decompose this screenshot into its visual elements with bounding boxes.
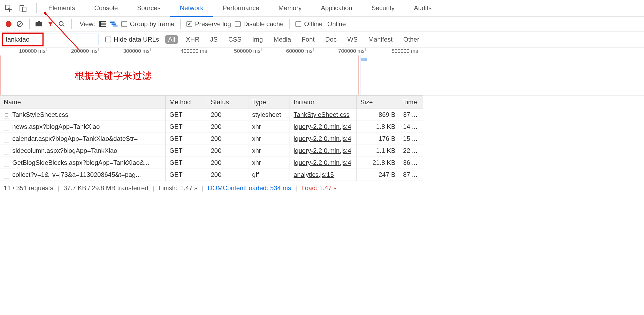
disable-cache-checkbox[interactable]	[235, 21, 241, 27]
separator	[71, 19, 72, 29]
filter-icon[interactable]	[47, 20, 54, 28]
filter-chip-media[interactable]: Media	[271, 35, 294, 44]
tab-performance[interactable]: Performance	[213, 0, 269, 17]
group-by-frame-checkbox[interactable]	[121, 21, 127, 27]
table-cell-initiator[interactable]: jquery-2.2.0.min.js:4	[290, 133, 357, 145]
filter-row: Hide data URLs AllXHRJSCSSImgMediaFontDo…	[0, 31, 644, 47]
filter-chip-font[interactable]: Font	[299, 35, 317, 44]
filter-chip-manifest[interactable]: Manifest	[366, 35, 395, 44]
table-header-initiator[interactable]: Initiator	[290, 95, 357, 109]
file-icon	[4, 172, 9, 178]
capture-screenshots-icon[interactable]	[36, 20, 43, 28]
svg-rect-11	[101, 21, 106, 22]
tab-application[interactable]: Application	[311, 0, 362, 17]
table-cell-method: GET	[166, 121, 207, 133]
hide-data-urls-label: Hide data URLs	[114, 36, 159, 43]
table-cell-method: GET	[166, 169, 207, 181]
status-dcl-label: DOMContentLoaded:	[208, 184, 268, 192]
timeline-tick: 700000 ms	[338, 48, 365, 54]
preserve-log-checkbox[interactable]	[186, 21, 192, 27]
table-header-type[interactable]: Type	[248, 95, 290, 109]
table-cell-name[interactable]: sidecolumn.aspx?blogApp=TankXiao	[0, 145, 166, 157]
filter-input[interactable]	[3, 34, 99, 45]
tab-console[interactable]: Console	[85, 0, 127, 17]
timeline-tick: 300000 ms	[123, 48, 150, 54]
tab-elements[interactable]: Elements	[39, 0, 85, 17]
filter-chip-other[interactable]: Other	[401, 35, 422, 44]
table-header-method[interactable]: Method	[166, 95, 207, 109]
svg-rect-16	[110, 21, 115, 23]
filter-chip-js[interactable]: JS	[208, 35, 220, 44]
table-cell-type: stylesheet	[248, 109, 290, 121]
filter-chip-css[interactable]: CSS	[226, 35, 244, 44]
group-by-frame-label: Group by frame	[130, 20, 174, 28]
table-cell-initiator[interactable]: jquery-2.2.0.min.js:4	[290, 157, 357, 169]
svg-rect-18	[113, 25, 118, 26]
filter-chip-doc[interactable]: Doc	[323, 35, 339, 44]
table-cell-name[interactable]: TankStyleSheet.css	[0, 109, 166, 121]
toggle-device-icon[interactable]	[19, 5, 27, 12]
svg-rect-15	[101, 26, 106, 27]
table-cell-status: 200	[207, 133, 248, 145]
timeline-marker	[358, 55, 358, 95]
table-header-size[interactable]: Size	[357, 95, 399, 109]
table-cell-status: 200	[207, 157, 248, 169]
table-cell-name[interactable]: collect?v=1&_v=j73&a=1130208645&t=pag...	[0, 169, 166, 181]
status-load-value: 1.47 s	[319, 184, 337, 192]
status-requests: 11 / 351 requests	[4, 184, 53, 192]
table-cell-name[interactable]: GetBlogSideBlocks.aspx?blogApp=TankXiao&…	[0, 157, 166, 169]
table-cell-size: 176 B	[357, 133, 399, 145]
table-cell-name[interactable]: calendar.aspx?blogApp=TankXiao&dateStr=	[0, 133, 166, 145]
svg-rect-17	[112, 23, 116, 25]
table-cell-method: GET	[166, 157, 207, 169]
separator	[180, 19, 181, 29]
timeline-overview[interactable]: 100000 ms200000 ms300000 ms400000 ms5000…	[0, 47, 644, 95]
offline-label: Offline	[304, 20, 322, 28]
timeline-marker	[387, 55, 387, 95]
svg-rect-7	[38, 21, 40, 23]
online-label[interactable]: Online	[327, 20, 346, 28]
table-header-time[interactable]: Time	[399, 95, 423, 109]
table-cell-initiator[interactable]: TankStyleSheet.css	[290, 109, 357, 121]
disable-cache-label: Disable cache	[243, 20, 284, 28]
table-cell-type: xhr	[248, 157, 290, 169]
timeline-tick: 500000 ms	[234, 48, 260, 54]
large-rows-icon[interactable]	[99, 20, 106, 28]
filter-chip-img[interactable]: Img	[249, 35, 266, 44]
filter-chip-xhr[interactable]: XHR	[183, 35, 202, 44]
file-icon	[4, 160, 9, 166]
filter-chip-all[interactable]: All	[165, 35, 178, 44]
table-header-status[interactable]: Status	[207, 95, 248, 109]
tab-network[interactable]: Network	[170, 0, 213, 17]
record-button[interactable]	[5, 20, 12, 28]
inspect-element-icon[interactable]	[5, 5, 12, 12]
file-icon	[4, 136, 9, 142]
tab-security[interactable]: Security	[362, 0, 404, 17]
table-cell-type: xhr	[248, 133, 290, 145]
status-finish-value: 1.47 s	[180, 184, 197, 192]
table-cell-initiator[interactable]: jquery-2.2.0.min.js:4	[290, 121, 357, 133]
table-cell-size: 1.8 KB	[357, 121, 399, 133]
table-header-name[interactable]: Name	[0, 95, 166, 109]
search-icon[interactable]	[58, 20, 65, 28]
tab-audits[interactable]: Audits	[404, 0, 441, 17]
tab-memory[interactable]: Memory	[269, 0, 311, 17]
table-cell-size: 247 B	[357, 169, 399, 181]
status-bar: 11 / 351 requests | 37.7 KB / 29.8 MB tr…	[0, 181, 644, 195]
svg-line-5	[18, 22, 22, 26]
file-icon	[4, 148, 9, 154]
filter-chip-ws[interactable]: WS	[345, 35, 360, 44]
table-cell-type: xhr	[248, 145, 290, 157]
table-cell-initiator[interactable]: jquery-2.2.0.min.js:4	[290, 145, 357, 157]
waterfall-view-icon[interactable]	[110, 20, 118, 28]
table-cell-size: 1.1 KB	[357, 145, 399, 157]
table-cell-name[interactable]: news.aspx?blogApp=TankXiao	[0, 121, 166, 133]
tab-sources[interactable]: Sources	[127, 0, 170, 17]
offline-checkbox[interactable]	[295, 21, 301, 27]
network-table: NameMethodStatusTypeInitiatorSizeTimeTan…	[0, 95, 644, 181]
clear-icon[interactable]	[16, 20, 24, 28]
table-cell-initiator[interactable]: analytics.js:15	[290, 169, 357, 181]
hide-data-urls-checkbox[interactable]	[105, 37, 111, 42]
svg-point-8	[59, 21, 63, 25]
table-cell-time: 36 ...	[399, 157, 423, 169]
